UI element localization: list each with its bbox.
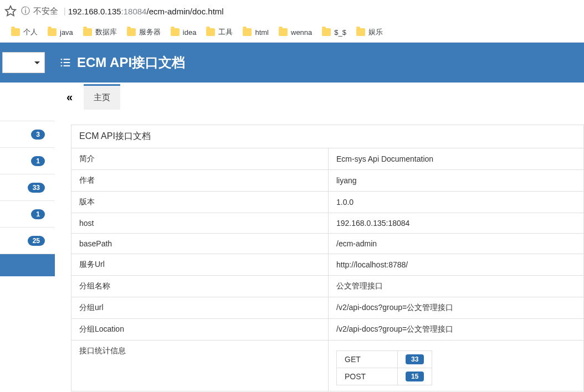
bookmark-item[interactable]: 数据库 (83, 27, 117, 37)
bookmark-item[interactable]: java (48, 28, 73, 37)
row-label: 简介 (71, 148, 329, 170)
bookmark-item[interactable]: 娱乐 (356, 27, 383, 37)
table-row: 分组url/v2/api-docs?group=公文管理接口 (71, 297, 584, 319)
bookmark-label: html (255, 28, 269, 37)
header-title-wrap: ECM API接口文档 (59, 54, 185, 71)
bookmark-item[interactable]: idea (171, 28, 197, 37)
collapse-icon[interactable]: « (63, 89, 76, 106)
url-text[interactable]: 192.168.0.135:18084/ecm-admin/doc.html (68, 7, 224, 16)
doc-table-wrap: ECM API接口文档 简介Ecm-sys Api Documentation … (55, 111, 584, 391)
stats-row: POST 15 (337, 368, 432, 385)
stats-table: GET 33 POST 15 (336, 350, 432, 385)
bookmark-item[interactable]: $_$ (322, 28, 346, 37)
bookmark-label: 服务器 (139, 27, 161, 37)
row-label: 作者 (71, 170, 329, 192)
bookmark-item[interactable]: html (243, 28, 269, 37)
info-icon[interactable]: ⓘ (21, 6, 30, 17)
row-value: 1.0.0 (329, 192, 584, 213)
table-row: basePath/ecm-admin (71, 234, 584, 254)
table-row: 接口统计信息 GET 33 POST 15 (71, 341, 584, 391)
method-label: GET (337, 351, 398, 368)
row-label: basePath (71, 234, 329, 254)
row-value: http://localhost:8788/ (329, 254, 584, 276)
table-row: 版本1.0.0 (71, 192, 584, 213)
table-row: 服务Urlhttp://localhost:8788/ (71, 254, 584, 276)
row-label: host (71, 213, 329, 234)
folder-icon (206, 28, 215, 36)
sidebar-item[interactable]: 25 (0, 228, 55, 254)
url-host: 192.168.0.135 (68, 7, 121, 16)
svg-marker-0 (6, 6, 16, 16)
header-dropdown[interactable] (2, 52, 45, 73)
star-icon[interactable] (4, 5, 17, 17)
bookmark-item[interactable]: 个人 (11, 27, 38, 37)
row-value: /ecm-admin (329, 234, 584, 254)
stats-label: 接口统计信息 (71, 341, 329, 391)
count-badge: 3 (31, 130, 45, 140)
list-icon (59, 57, 71, 68)
bookmark-label: java (60, 28, 73, 37)
bookmark-label: 数据库 (95, 27, 117, 37)
bookmark-label: 个人 (23, 27, 38, 37)
sidebar-item[interactable]: 1 (0, 148, 55, 174)
table-row: host192.168.0.135:18084 (71, 213, 584, 234)
bookmarks-bar: 个人 java 数据库 服务器 idea 工具 html wenna $_$ 娱… (0, 22, 584, 42)
folder-icon (356, 28, 365, 36)
address-bar: ⓘ 不安全 | 192.168.0.135:18084/ecm-admin/do… (0, 0, 584, 22)
main-content: « 主页 ECM API接口文档 简介Ecm-sys Api Documenta… (55, 82, 584, 391)
folder-icon (127, 28, 136, 36)
tab-home[interactable]: 主页 (84, 84, 120, 110)
not-secure-label: 不安全 (33, 6, 58, 17)
method-label: POST (337, 368, 398, 385)
bookmark-label: idea (183, 28, 197, 37)
row-value: Ecm-sys Api Documentation (329, 148, 584, 170)
table-row: 分组Location/v2/api-docs?group=公文管理接口 (71, 319, 584, 341)
browser-chrome: ⓘ 不安全 | 192.168.0.135:18084/ecm-admin/do… (0, 0, 584, 43)
bookmark-label: 工具 (218, 27, 233, 37)
bookmark-label: 娱乐 (368, 27, 383, 37)
folder-icon (83, 28, 92, 36)
bookmark-item[interactable]: 工具 (206, 27, 233, 37)
folder-icon (322, 28, 331, 36)
table-row: 简介Ecm-sys Api Documentation (71, 148, 584, 170)
table-row: ECM API接口文档 (71, 125, 584, 148)
folder-icon (279, 28, 288, 36)
sidebar-item[interactable] (0, 82, 55, 121)
divider-pipe: | (64, 7, 66, 16)
folder-icon (171, 28, 180, 36)
row-value: /v2/api-docs?group=公文管理接口 (329, 319, 584, 341)
count-badge: 1 (31, 209, 45, 219)
row-label: 分组名称 (71, 276, 329, 297)
table-row: 作者liyang (71, 170, 584, 192)
row-label: 分组url (71, 297, 329, 319)
url-port: :18084 (121, 7, 147, 16)
stats-row: GET 33 (337, 351, 432, 368)
row-value: 192.168.0.135:18084 (329, 213, 584, 234)
sidebar-item-active[interactable] (0, 254, 55, 276)
bookmark-item[interactable]: 服务器 (127, 27, 161, 37)
sidebar-item[interactable]: 1 (0, 201, 55, 228)
sidebar-item[interactable]: 3 (0, 121, 55, 148)
content-row: 3 1 33 1 25 « 主页 ECM API接口文档 简介Ecm-sys A… (0, 82, 584, 391)
bookmark-label: $_$ (334, 28, 346, 37)
tabs-row: « 主页 (55, 82, 584, 111)
row-label: 版本 (71, 192, 329, 213)
stats-cell: GET 33 POST 15 (329, 341, 584, 391)
app-header: ECM API接口文档 (0, 43, 584, 82)
folder-icon (11, 28, 20, 36)
table-row: 分组名称公文管理接口 (71, 276, 584, 297)
sidebar-item[interactable]: 33 (0, 174, 55, 201)
bookmark-item[interactable]: wenna (279, 28, 312, 37)
page-title: ECM API接口文档 (77, 54, 185, 71)
method-badge: 15 (406, 372, 424, 381)
count-badge: 33 (28, 183, 45, 193)
caret-down-icon (34, 61, 40, 64)
doc-table: ECM API接口文档 简介Ecm-sys Api Documentation … (71, 125, 584, 391)
method-count-cell: 33 (398, 351, 432, 368)
sidebar: 3 1 33 1 25 (0, 82, 55, 391)
row-value: /v2/api-docs?group=公文管理接口 (329, 297, 584, 319)
row-label: 分组Location (71, 319, 329, 341)
method-count-cell: 15 (398, 368, 432, 385)
url-path: /ecm-admin/doc.html (146, 7, 223, 16)
folder-icon (48, 28, 57, 36)
